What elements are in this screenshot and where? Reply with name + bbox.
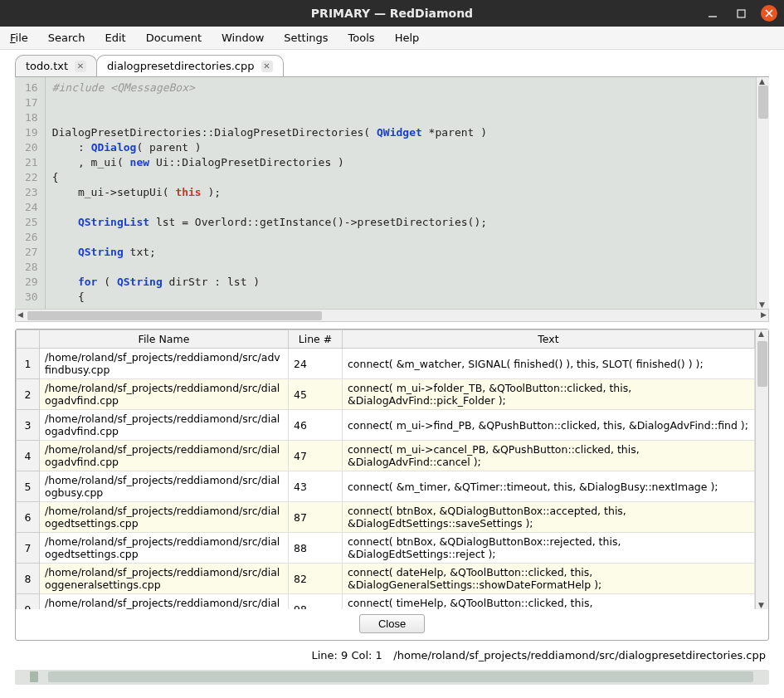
- cell-filename: /home/roland/sf_projects/reddiamond/src/…: [40, 471, 289, 502]
- cell-line: 24: [289, 349, 343, 379]
- code-lines[interactable]: #include <QMessageBox> DialogPresetDirec…: [46, 77, 494, 309]
- editor-horizontal-scrollbar[interactable]: ◀ ▶: [15, 309, 769, 322]
- cell-text: connect( &m_watcher, SIGNAL( finished() …: [343, 349, 755, 379]
- status-spacer: [18, 649, 300, 661]
- table-row[interactable]: 4/home/roland/sf_projects/reddiamond/src…: [17, 441, 755, 471]
- cell-text: connect( timeHelp, &QToolButton::clicked…: [343, 594, 755, 610]
- table-row[interactable]: 7/home/roland/sf_projects/reddiamond/src…: [17, 533, 755, 564]
- row-number: 1: [17, 349, 40, 379]
- menu-search[interactable]: Search: [45, 30, 89, 46]
- menu-tools[interactable]: Tools: [345, 30, 378, 46]
- menu-file[interactable]: File: [7, 30, 32, 46]
- cell-line: 43: [289, 471, 343, 502]
- cell-line: 88: [289, 533, 343, 564]
- cell-text: connect( m_ui->find_PB, &QPushButton::cl…: [343, 410, 755, 441]
- editor-vertical-scrollbar[interactable]: ▲ ▼: [756, 77, 769, 309]
- cell-line: 45: [289, 379, 343, 410]
- scrollbar-thumb[interactable]: [27, 311, 322, 320]
- tabbar: todo.txt ✕ dialogpresetdirectories.cpp ✕: [0, 50, 784, 76]
- cell-filename: /home/roland/sf_projects/reddiamond/src/…: [40, 533, 289, 564]
- cell-text: connect( m_ui->folder_TB, &QToolButton::…: [343, 379, 755, 410]
- table-row[interactable]: 5/home/roland/sf_projects/reddiamond/src…: [17, 471, 755, 502]
- row-number: 3: [17, 410, 40, 441]
- results-vertical-scrollbar[interactable]: ▲ ▼: [755, 329, 768, 609]
- app-window: PRIMARY — RedDiamond File Search Edit Do…: [0, 0, 784, 698]
- bottom-horizontal-scrollbar[interactable]: [15, 670, 769, 685]
- maximize-button[interactable]: [733, 5, 749, 22]
- tab-dialogpresetdirectories[interactable]: dialogpresetdirectories.cpp ✕: [96, 55, 283, 76]
- text-header[interactable]: Text: [343, 330, 755, 349]
- cell-line: 82: [289, 564, 343, 594]
- row-number: 8: [17, 564, 40, 594]
- table-row[interactable]: 6/home/roland/sf_projects/reddiamond/src…: [17, 502, 755, 533]
- row-number: 5: [17, 471, 40, 502]
- line-number-gutter: 161718192021222324252627282930: [15, 77, 46, 309]
- scrollbar-handle[interactable]: [30, 671, 38, 682]
- results-table[interactable]: File Name Line # Text 1/home/roland/sf_p…: [16, 329, 755, 609]
- table-row[interactable]: 8/home/roland/sf_projects/reddiamond/src…: [17, 564, 755, 594]
- table-row[interactable]: 3/home/roland/sf_projects/reddiamond/src…: [17, 410, 755, 441]
- table-row[interactable]: 9/home/roland/sf_projects/reddiamond/src…: [17, 594, 755, 610]
- cell-line: 47: [289, 441, 343, 471]
- file-path: /home/roland/sf_projects/reddiamond/src/…: [393, 649, 766, 661]
- cell-line: 98: [289, 594, 343, 610]
- menu-window[interactable]: Window: [218, 30, 267, 46]
- menu-help[interactable]: Help: [392, 30, 423, 46]
- scroll-right-arrow-icon[interactable]: ▶: [761, 310, 767, 319]
- row-number: 2: [17, 379, 40, 410]
- cell-filename: /home/roland/sf_projects/reddiamond/src/…: [40, 502, 289, 533]
- cell-text: connect( btnBox, &QDialogButtonBox::reje…: [343, 533, 755, 564]
- cell-text: connect( &m_timer, &QTimer::timeout, thi…: [343, 471, 755, 502]
- tab-close-icon[interactable]: ✕: [261, 61, 273, 72]
- code-editor[interactable]: 161718192021222324252627282930 #include …: [15, 76, 769, 309]
- row-number: 6: [17, 502, 40, 533]
- code-container[interactable]: 161718192021222324252627282930 #include …: [15, 77, 756, 309]
- cell-line: 87: [289, 502, 343, 533]
- menu-settings[interactable]: Settings: [280, 30, 331, 46]
- menu-edit[interactable]: Edit: [101, 30, 129, 46]
- scroll-up-arrow-icon[interactable]: ▲: [759, 77, 765, 85]
- svg-rect-1: [738, 10, 745, 17]
- table-row[interactable]: 1/home/roland/sf_projects/reddiamond/src…: [17, 349, 755, 379]
- cell-filename: /home/roland/sf_projects/reddiamond/src/…: [40, 349, 289, 379]
- cell-line: 46: [289, 410, 343, 441]
- statusbar: Line: 9 Col: 1 /home/roland/sf_projects/…: [15, 646, 769, 665]
- cell-filename: /home/roland/sf_projects/reddiamond/src/…: [40, 594, 289, 610]
- close-button[interactable]: Close: [359, 614, 425, 633]
- scrollbar-thumb[interactable]: [757, 341, 767, 387]
- scrollbar-thumb[interactable]: [758, 85, 768, 119]
- titlebar-controls: [704, 5, 777, 22]
- scroll-left-arrow-icon[interactable]: ◀: [17, 310, 23, 319]
- close-window-button[interactable]: [761, 5, 777, 22]
- cursor-position: Line: 9 Col: 1: [311, 649, 382, 661]
- scroll-up-arrow-icon[interactable]: ▲: [758, 329, 764, 338]
- scroll-down-arrow-icon[interactable]: ▼: [759, 300, 765, 309]
- cell-text: connect( m_ui->cancel_PB, &QPushButton::…: [343, 441, 755, 471]
- cell-filename: /home/roland/sf_projects/reddiamond/src/…: [40, 564, 289, 594]
- cell-filename: /home/roland/sf_projects/reddiamond/src/…: [40, 441, 289, 471]
- window-title: PRIMARY — RedDiamond: [311, 7, 473, 20]
- linenum-header[interactable]: Line #: [289, 330, 343, 349]
- close-button-row: Close: [16, 609, 768, 640]
- filename-header[interactable]: File Name: [40, 330, 289, 349]
- cell-filename: /home/roland/sf_projects/reddiamond/src/…: [40, 379, 289, 410]
- results-header-row: File Name Line # Text: [17, 330, 755, 349]
- cell-text: connect( dateHelp, &QToolButton::clicked…: [343, 564, 755, 594]
- tab-label: todo.txt: [26, 60, 68, 72]
- search-results-panel: File Name Line # Text 1/home/roland/sf_p…: [15, 329, 769, 641]
- cell-filename: /home/roland/sf_projects/reddiamond/src/…: [40, 410, 289, 441]
- row-number: 9: [17, 594, 40, 610]
- rownum-header[interactable]: [17, 330, 40, 349]
- tab-label: dialogpresetdirectories.cpp: [107, 60, 254, 72]
- menu-document[interactable]: Document: [143, 30, 205, 46]
- tab-todo[interactable]: todo.txt ✕: [15, 55, 97, 76]
- results-table-wrap: File Name Line # Text 1/home/roland/sf_p…: [16, 329, 768, 609]
- minimize-button[interactable]: [704, 5, 721, 22]
- row-number: 4: [17, 441, 40, 471]
- tab-close-icon[interactable]: ✕: [75, 61, 86, 72]
- table-row[interactable]: 2/home/roland/sf_projects/reddiamond/src…: [17, 379, 755, 410]
- menubar: File Search Edit Document Window Setting…: [0, 27, 784, 50]
- scrollbar-thumb[interactable]: [48, 671, 753, 682]
- scroll-down-arrow-icon[interactable]: ▼: [758, 601, 764, 609]
- row-number: 7: [17, 533, 40, 564]
